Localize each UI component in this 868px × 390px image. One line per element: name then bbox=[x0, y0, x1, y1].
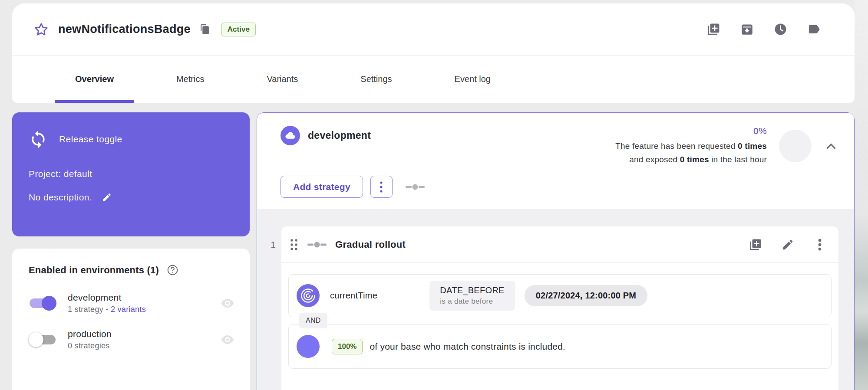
copy-name-icon[interactable] bbox=[199, 24, 210, 35]
archive-icon[interactable] bbox=[740, 23, 754, 36]
desktop-wallpaper-strip bbox=[855, 0, 868, 390]
exposure-percent: 0% bbox=[615, 126, 767, 136]
and-connector-chip: AND bbox=[299, 313, 327, 328]
environment-name: development bbox=[68, 292, 220, 303]
copy-feature-icon[interactable] bbox=[707, 23, 720, 36]
card-divider bbox=[29, 368, 235, 368]
toggle-type-label: Release toggle bbox=[59, 134, 122, 144]
development-environment-panel: development 0% The feature has been requ… bbox=[257, 112, 855, 390]
strategy-card: Gradual rollout bbox=[281, 226, 838, 390]
strategy-index: 1 bbox=[265, 226, 281, 390]
release-toggle-icon bbox=[29, 130, 48, 149]
left-sidebar: Release toggle Project: default No descr… bbox=[12, 112, 250, 390]
rollout-strategy-icon bbox=[307, 241, 327, 249]
rollout-description: of your base who match constraints is in… bbox=[370, 341, 565, 352]
development-toggle[interactable] bbox=[29, 296, 56, 311]
favorite-star-icon[interactable] bbox=[34, 22, 49, 37]
constraint-value-pill: 02/27/2024, 12:00:00 PM bbox=[525, 285, 647, 306]
environment-menu-button[interactable] bbox=[370, 176, 393, 198]
rollout-percent-badge: 100% bbox=[332, 339, 363, 354]
environment-row-production: production 0 strategies bbox=[29, 329, 235, 351]
strategy-name: Gradual rollout bbox=[335, 239, 406, 250]
visibility-eye-icon[interactable] bbox=[220, 296, 235, 311]
feature-header-row: newNotificationsBadge Active bbox=[12, 3, 855, 56]
drag-handle-icon[interactable] bbox=[288, 238, 300, 251]
constraint-operator: DATE_BEFORE is a date before bbox=[429, 281, 515, 311]
tab-settings[interactable]: Settings bbox=[340, 56, 412, 103]
tag-icon[interactable] bbox=[807, 23, 821, 36]
feature-header-card: newNotificationsBadge Active bbox=[12, 3, 855, 103]
production-toggle[interactable] bbox=[29, 332, 56, 347]
operator-description: is a date before bbox=[440, 297, 505, 306]
help-icon[interactable] bbox=[167, 264, 178, 276]
environment-name: production bbox=[68, 329, 220, 339]
constraint-field-name: currentTime bbox=[330, 291, 377, 301]
header-actions bbox=[707, 23, 821, 36]
environments-heading: Enabled in environments (1) bbox=[29, 265, 159, 276]
tab-event-log[interactable]: Event log bbox=[434, 56, 511, 103]
feature-tabs: Overview Metrics Variants Settings Event… bbox=[12, 56, 855, 103]
copy-strategy-icon[interactable] bbox=[749, 238, 762, 251]
edit-description-icon[interactable] bbox=[102, 192, 112, 203]
variants-link[interactable]: 2 variants bbox=[111, 305, 146, 314]
toggle-type-card: Release toggle Project: default No descr… bbox=[12, 112, 250, 236]
constraint-row: currentTime DATE_BEFORE is a date before… bbox=[288, 274, 832, 317]
constraint-target-icon bbox=[297, 284, 320, 307]
environment-meta: 0 strategies bbox=[68, 341, 220, 351]
project-label: Project: default bbox=[29, 169, 233, 179]
edit-strategy-icon[interactable] bbox=[781, 238, 794, 251]
status-badge: Active bbox=[221, 23, 256, 36]
rollout-row: AND 100% of your base who match constrai… bbox=[288, 324, 832, 369]
strategy-menu-icon[interactable] bbox=[813, 238, 826, 251]
visibility-eye-icon[interactable] bbox=[220, 332, 235, 347]
tab-variants[interactable]: Variants bbox=[246, 56, 318, 103]
cloud-environment-icon bbox=[281, 126, 300, 145]
chevron-up-icon[interactable] bbox=[824, 139, 838, 154]
feature-title: newNotificationsBadge bbox=[58, 23, 191, 36]
tab-overview[interactable]: Overview bbox=[55, 56, 134, 103]
environment-meta: 1 strategy - 2 variants bbox=[68, 305, 220, 314]
add-strategy-button[interactable]: Add strategy bbox=[281, 176, 363, 198]
metrics-line-2: and exposed 0 times in the last hour bbox=[615, 153, 767, 166]
operator-name: DATE_BEFORE bbox=[440, 285, 505, 295]
metrics-summary: 0% The feature has been requested 0 time… bbox=[615, 126, 767, 166]
environments-card: Enabled in environments (1) bbox=[12, 249, 250, 390]
tab-metrics[interactable]: Metrics bbox=[156, 56, 224, 103]
feature-flag-page: newNotificationsBadge Active bbox=[12, 3, 855, 390]
rollout-pie-chart bbox=[297, 335, 320, 358]
environment-panel-title: development bbox=[308, 130, 371, 141]
strategy-glyph-icon bbox=[406, 183, 425, 191]
exposure-donut-chart bbox=[779, 130, 812, 162]
description-text: No description. bbox=[29, 192, 92, 203]
metrics-line-1: The feature has been requested 0 times bbox=[615, 139, 767, 153]
environment-row-development: development 1 strategy - 2 variants bbox=[29, 292, 235, 314]
history-clock-icon[interactable] bbox=[774, 23, 787, 36]
